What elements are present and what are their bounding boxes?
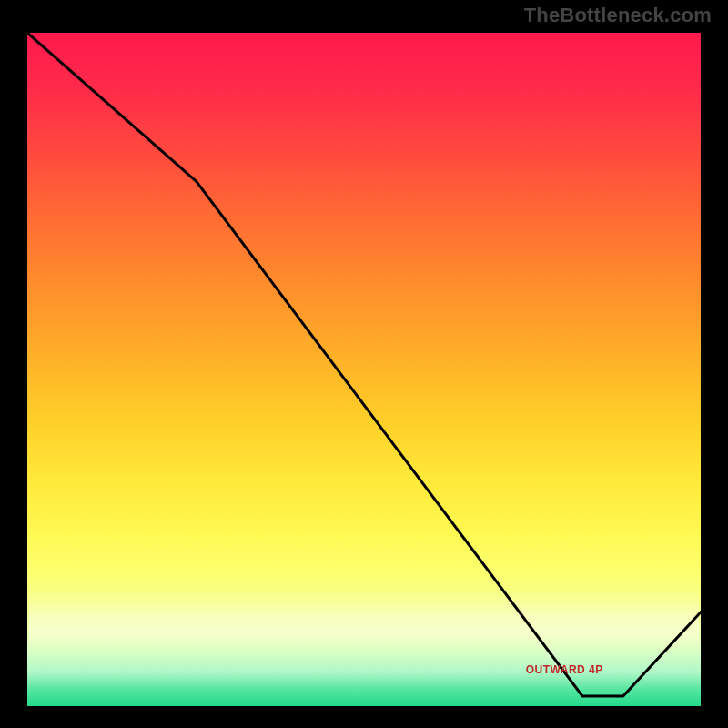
series-label: OUTWARD 4P	[526, 663, 603, 676]
plot-gradient: OUTWARD 4P	[25, 31, 703, 708]
plot-frame: OUTWARD 4P	[25, 31, 703, 708]
watermark-text: TheBottleneck.com	[524, 4, 712, 27]
bottleneck-curve	[27, 33, 704, 696]
line-overlay	[27, 33, 704, 710]
chart-stage: TheBottleneck.com OUTWARD 4P	[0, 0, 728, 728]
pale-band	[29, 588, 699, 652]
